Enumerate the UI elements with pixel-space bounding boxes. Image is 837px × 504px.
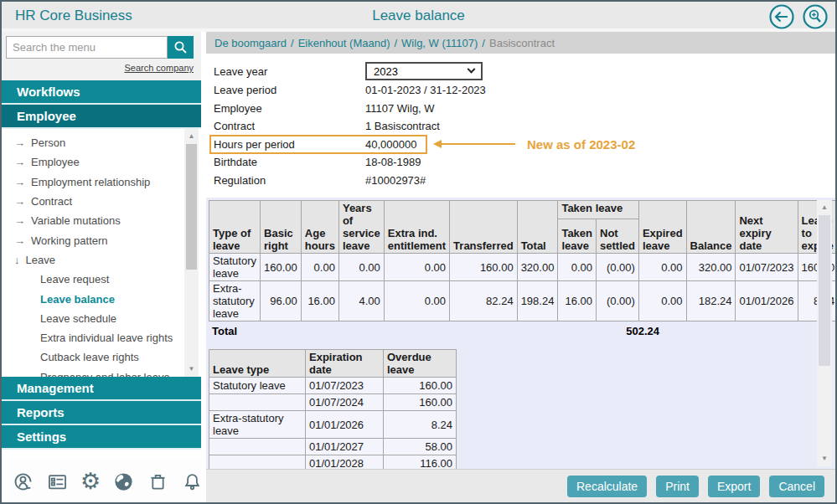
scroll-down-icon[interactable]: ▼ <box>817 453 832 465</box>
breadcrumb-separator: / <box>291 37 294 49</box>
contract-label: Contract <box>214 120 365 132</box>
column-header: Type of leave <box>209 201 261 254</box>
leave-year-select[interactable]: 2023 <box>365 62 483 80</box>
back-button[interactable] <box>768 3 795 30</box>
scroll-down-icon[interactable]: ▼ <box>184 363 199 375</box>
scroll-up-icon[interactable]: ▲ <box>817 202 832 213</box>
main-content: De boomgaard / Eikenhout (Maand) / Wilg,… <box>206 32 835 502</box>
cell: 82.24 <box>450 281 518 321</box>
annotation-arrow-line <box>442 143 515 145</box>
search-input[interactable] <box>6 36 168 59</box>
gear-icon[interactable]: ⚙ <box>80 470 101 493</box>
column-header: Expiration date <box>306 350 384 378</box>
sidebar-section-settings[interactable]: Settings <box>2 425 201 450</box>
arrow-right-icon: → <box>14 195 25 208</box>
overview-cards-icon[interactable] <box>46 470 69 493</box>
print-button[interactable]: Print <box>656 476 699 497</box>
breadcrumb-separator: / <box>482 37 485 49</box>
menu-item-label: Employee <box>31 156 80 168</box>
leave-period-value: 01-01-2023 / 31-12-2023 <box>365 84 486 96</box>
zoom-search-button[interactable] <box>802 3 829 30</box>
cell: 116.00 <box>384 455 457 470</box>
table-row: 01/01/2027 58.00 <box>209 439 457 455</box>
total-value: 502.24 <box>609 325 659 337</box>
breadcrumb-link-employee[interactable]: Wilg, W (11107) <box>401 37 478 49</box>
cancel-button[interactable]: Cancel <box>769 476 824 497</box>
hours-per-period-label: Hours per period <box>214 138 365 151</box>
sidebar: Search company Workflows Employee →Perso… <box>2 32 201 502</box>
column-header: Years of service leave <box>338 201 384 254</box>
cell: 4.00 <box>338 281 384 321</box>
export-button[interactable]: Export <box>708 476 760 497</box>
footer-bar: Recalculate Print Export Cancel <box>206 469 835 502</box>
column-group-header: Taken leave <box>558 201 639 219</box>
column-subheader: Taken leave <box>558 219 597 254</box>
user-sync-icon[interactable] <box>12 470 34 493</box>
trash-icon[interactable] <box>147 470 169 493</box>
sidebar-section-workflows[interactable]: Workflows <box>2 80 201 105</box>
sidebar-item-leave[interactable]: ↓Leave <box>2 250 201 270</box>
menu-scrollbar[interactable]: ▲ ▼ <box>184 129 199 377</box>
sidebar-menu: →Person →Employee →Employment relationsh… <box>2 129 201 377</box>
column-header: Basic right <box>261 201 302 254</box>
menu-item-label: Leave request <box>40 273 109 285</box>
annotation-arrow-icon <box>433 140 442 148</box>
sidebar-item-employment-relationship[interactable]: →Employment relationship <box>2 172 201 192</box>
sidebar-item-contract[interactable]: →Contract <box>2 192 201 211</box>
content-scrollbar[interactable]: ▲ ▼ <box>817 200 832 466</box>
sidebar-item-leave-request[interactable]: Leave request <box>2 270 201 289</box>
search-button[interactable] <box>168 36 194 59</box>
cell: 0.00 <box>384 254 449 281</box>
cell <box>209 439 306 455</box>
arrow-down-icon: ↓ <box>14 254 20 266</box>
sidebar-item-leave-schedule[interactable]: Leave schedule <box>2 309 201 328</box>
sidebar-item-variable-mutations[interactable]: →Variable mutations <box>2 211 201 230</box>
column-subheader: Not settled <box>597 219 639 254</box>
bell-icon[interactable] <box>181 470 204 493</box>
menu-item-label: Leave <box>26 254 55 266</box>
sidebar-section-reports[interactable]: Reports <box>2 401 201 425</box>
sidebar-item-pregnancy-and-labor-leave[interactable]: Pregnancy and labor leave <box>2 368 201 377</box>
cell: 8.24 <box>384 411 457 439</box>
sidebar-item-working-pattern[interactable]: →Working pattern <box>2 230 201 249</box>
content-scrollbar-thumb[interactable] <box>819 215 830 366</box>
leave-balance-table: Type of leave Basic right Age hours Year… <box>209 200 835 321</box>
cell-type-of-leave: Statutory leave <box>209 254 261 281</box>
cell: 01/01/2026 <box>306 411 384 439</box>
globe-icon[interactable] <box>112 470 135 493</box>
recalculate-button[interactable]: Recalculate <box>567 476 647 497</box>
breadcrumb-link-department[interactable]: Eikenhout (Maand) <box>298 37 390 49</box>
cell: 320.00 <box>517 254 558 281</box>
table-row: 01/07/2024 160.00 <box>209 394 457 411</box>
sidebar-item-extra-individual-leave-rights[interactable]: Extra individual leave rights <box>2 328 201 347</box>
search-icon <box>173 40 188 54</box>
table-row: Extra-statutory leave 96.00 16.00 4.00 0… <box>209 281 836 321</box>
cell-expiry-date: 01/01/2026 <box>736 281 798 321</box>
breadcrumb-link-company[interactable]: De boomgaard <box>214 37 287 49</box>
tables-panel: Type of leave Basic right Age hours Year… <box>206 198 835 469</box>
sidebar-item-leave-balance[interactable]: Leave balance <box>2 289 201 308</box>
column-header: Age hours <box>301 201 338 254</box>
table-row: Statutory leave 01/07/2023 160.00 <box>209 378 457 394</box>
search-company-link[interactable]: Search company <box>124 63 194 73</box>
arrow-right-icon: → <box>14 136 25 149</box>
cell: 320.00 <box>686 254 736 281</box>
sidebar-item-employee[interactable]: →Employee <box>2 152 201 172</box>
birthdate-label: Birthdate <box>214 156 365 168</box>
arrow-right-icon: → <box>14 156 25 168</box>
scroll-up-icon[interactable]: ▲ <box>184 131 199 142</box>
page-title: Leave balance <box>372 8 465 24</box>
sidebar-section-employee[interactable]: Employee <box>2 105 201 129</box>
cell: 0.00 <box>301 254 338 281</box>
column-header: Next expiry date <box>736 201 798 254</box>
table-row: 01/01/2028 116.00 <box>209 455 457 470</box>
cell <box>209 394 306 411</box>
cell: 01/01/2027 <box>306 439 384 455</box>
sidebar-section-management[interactable]: Management <box>2 377 201 401</box>
menu-scrollbar-thumb[interactable] <box>186 144 197 270</box>
sidebar-item-cutback-leave-rights[interactable]: Cutback leave rights <box>2 347 201 367</box>
cell <box>209 455 306 470</box>
sidebar-item-person[interactable]: →Person <box>2 133 201 152</box>
menu-item-label: Variable mutations <box>31 214 121 227</box>
table-row: Statutory leave 160.00 0.00 0.00 0.00 16… <box>209 254 836 281</box>
